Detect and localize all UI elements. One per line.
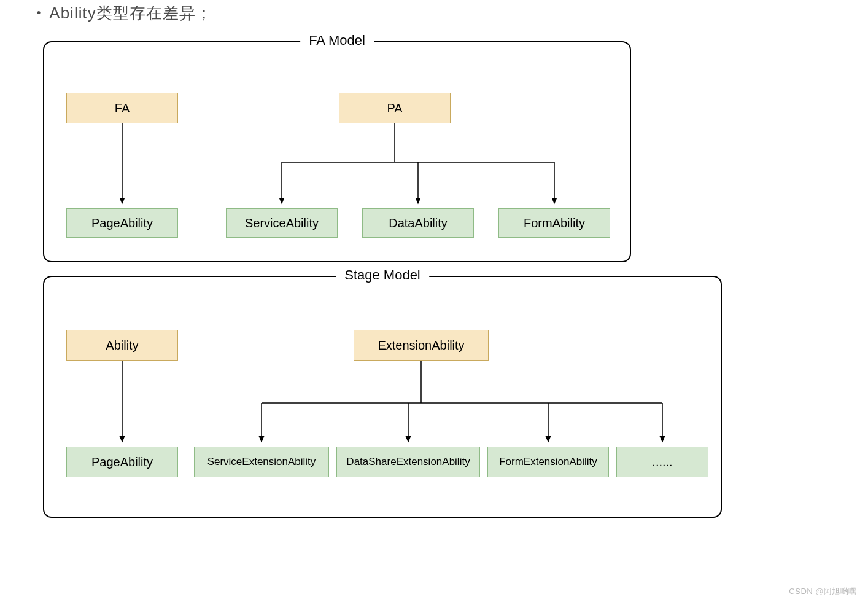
data-ability-node: DataAbility: [362, 208, 474, 238]
bullet-item: • Ability类型存在差异；: [29, 2, 839, 24]
service-extension-node: ServiceExtensionAbility: [194, 447, 329, 477]
stage-page-ability-node: PageAbility: [66, 447, 178, 477]
ability-node: Ability: [66, 330, 178, 361]
datashare-extension-node: DataShareExtensionAbility: [336, 447, 480, 477]
stage-model-connectors: [44, 277, 723, 519]
page-ability-node: PageAbility: [66, 208, 178, 238]
more-extension-node: ......: [616, 447, 708, 477]
extension-ability-node: ExtensionAbility: [354, 330, 489, 361]
watermark: CSDN @阿旭哟嘿: [789, 586, 857, 597]
pa-node: PA: [339, 93, 451, 123]
bullet-text: Ability类型存在差异；: [49, 2, 212, 24]
stage-model-box: Stage Model Ability ExtensionAbility Pag…: [43, 276, 722, 518]
stage-model-title: Stage Model: [336, 267, 429, 283]
form-extension-node: FormExtensionAbility: [487, 447, 609, 477]
service-ability-node: ServiceAbility: [226, 208, 338, 238]
fa-node: FA: [66, 93, 178, 123]
fa-model-title: FA Model: [300, 33, 374, 49]
bullet-dot: •: [37, 7, 41, 20]
fa-model-box: FA Model FA PA PageAbility ServiceAbilit…: [43, 41, 631, 262]
form-ability-node: FormAbility: [498, 208, 610, 238]
